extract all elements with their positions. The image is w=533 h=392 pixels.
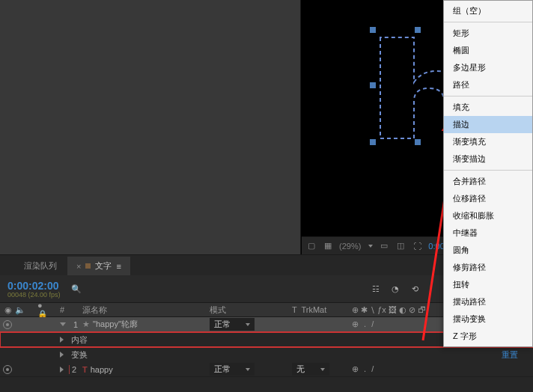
trkmat-dropdown[interactable]: 无 (292, 363, 329, 376)
fps-label: 00048 (24.00 fps) (7, 291, 61, 298)
dropdown-caret-icon (320, 368, 325, 371)
speaker-icon: 🔈 (15, 305, 25, 315)
transform-handle[interactable] (415, 139, 421, 145)
transform-handle[interactable] (370, 139, 376, 145)
layer-number: 2 (72, 365, 76, 374)
col-mode[interactable]: 模式 (207, 304, 289, 316)
mask-icon[interactable]: ◫ (395, 242, 406, 251)
tab-render-queue[interactable]: 渲染队列 (15, 257, 66, 275)
zoom-level[interactable]: (29%) (339, 242, 361, 251)
menu-item-wiggle-paths[interactable]: 摆动路径 (444, 293, 532, 310)
graph-icon[interactable]: ◔ (389, 283, 401, 295)
text-layer-icon: T (82, 365, 88, 374)
col-av: ◉ 🔈 (0, 305, 34, 315)
col-trkmat[interactable]: T TrkMat (289, 305, 349, 314)
layer-name: happy (91, 365, 113, 374)
screen-icon[interactable]: ▢ (306, 242, 317, 251)
visibility-toggle[interactable] (3, 320, 12, 329)
transform-handle[interactable] (415, 27, 421, 33)
visibility-toggle[interactable] (3, 365, 12, 374)
reset-link[interactable]: 重置 (502, 349, 518, 361)
resolution-icon[interactable]: ▭ (379, 242, 389, 251)
layer-row[interactable]: 2 Thappy 正常 无 ⊕ . / (0, 362, 533, 377)
tree-icon[interactable]: ☷ (370, 283, 382, 295)
menu-item-zigzag[interactable]: Z 字形 (444, 328, 532, 345)
add-context-menu: 组（空） 矩形 椭圆 多边星形 路径 填充 描边 渐变填充 渐变描边 合并路径 … (443, 0, 533, 347)
col-source-name[interactable]: 源名称 (79, 304, 207, 316)
close-icon[interactable]: × (76, 262, 81, 271)
menu-item-merge-paths[interactable]: 合并路径 (444, 173, 532, 190)
blend-mode-dropdown[interactable]: 正常 (210, 318, 255, 331)
sublayer-label: 内容 (71, 334, 88, 346)
menu-item-offset-paths[interactable]: 位移路径 (444, 190, 532, 207)
grid-icon[interactable]: ▦ (323, 242, 333, 251)
dropdown-caret-icon (246, 368, 250, 371)
menu-item-gradient-fill[interactable]: 渐变填充 (444, 133, 532, 150)
label-chip[interactable] (69, 365, 70, 374)
layer-switches[interactable]: ⊕ . / (352, 319, 375, 329)
menu-item-pucker-bloat[interactable]: 收缩和膨胀 (444, 207, 532, 224)
layer-switches[interactable]: ⊕ . / (352, 364, 375, 374)
sublayer-label: 变换 (71, 349, 88, 361)
menu-item-repeater[interactable]: 中继器 (444, 224, 532, 242)
menu-separator (444, 96, 532, 97)
menu-item-fill[interactable]: 填充 (444, 99, 532, 116)
blend-mode-dropdown[interactable]: 正常 (210, 363, 255, 376)
left-panel (0, 0, 301, 254)
menu-item-trim-paths[interactable]: 修剪路径 (444, 259, 532, 276)
shy-icon[interactable]: ⟲ (409, 283, 421, 295)
eye-icon: ◉ (4, 305, 12, 315)
panel-menu-icon[interactable]: ≡ (116, 262, 121, 271)
twirl-icon[interactable] (60, 352, 64, 358)
menu-separator (444, 170, 532, 171)
layer-number: 1 (73, 320, 78, 329)
dropdown-caret-icon (246, 323, 250, 326)
menu-item-gradient-stroke[interactable]: 渐变描边 (444, 150, 532, 168)
sublayer-transform[interactable]: 变换 重置 (0, 347, 533, 362)
star-icon: ★ (82, 319, 90, 329)
region-icon[interactable]: ⛶ (412, 242, 422, 251)
tab-composition[interactable]: × 文字 ≡ (67, 257, 130, 275)
menu-item-rectangle[interactable]: 矩形 (444, 25, 532, 42)
comp-color-chip (85, 263, 91, 269)
menu-item-twist[interactable]: 扭转 (444, 276, 532, 293)
dropdown-caret-icon[interactable] (368, 245, 373, 248)
transform-handle[interactable] (370, 82, 376, 88)
menu-item-polystar[interactable]: 多边星形 (444, 59, 532, 76)
twirl-icon[interactable] (60, 322, 66, 326)
menu-item-ellipse[interactable]: 椭圆 (444, 42, 532, 59)
menu-item-path[interactable]: 路径 (444, 76, 532, 94)
menu-item-stroke[interactable]: 描边 (444, 116, 532, 133)
search-icon[interactable]: 🔍 (71, 284, 82, 294)
twirl-icon[interactable] (60, 367, 64, 373)
current-timecode: 0:00:02:00 (7, 280, 61, 292)
bullet-icon: ● (37, 301, 43, 310)
timecode-block[interactable]: 0:00:02:00 00048 (24.00 fps) (7, 280, 61, 298)
col-lock: ● 🔒 (34, 301, 57, 319)
menu-item-round-corners[interactable]: 圆角 (444, 242, 532, 259)
layer-name: "happy"轮廓 (93, 319, 138, 330)
tab-label: 渲染队列 (24, 260, 57, 272)
transform-handle[interactable] (370, 27, 376, 33)
twirl-icon[interactable] (60, 337, 64, 343)
menu-item-wiggle-transform[interactable]: 摆动变换 (444, 310, 532, 328)
menu-item-group[interactable]: 组（空） (444, 2, 532, 19)
tab-label: 文字 (95, 260, 112, 272)
menu-separator (444, 22, 532, 22)
col-number: # (57, 305, 79, 314)
